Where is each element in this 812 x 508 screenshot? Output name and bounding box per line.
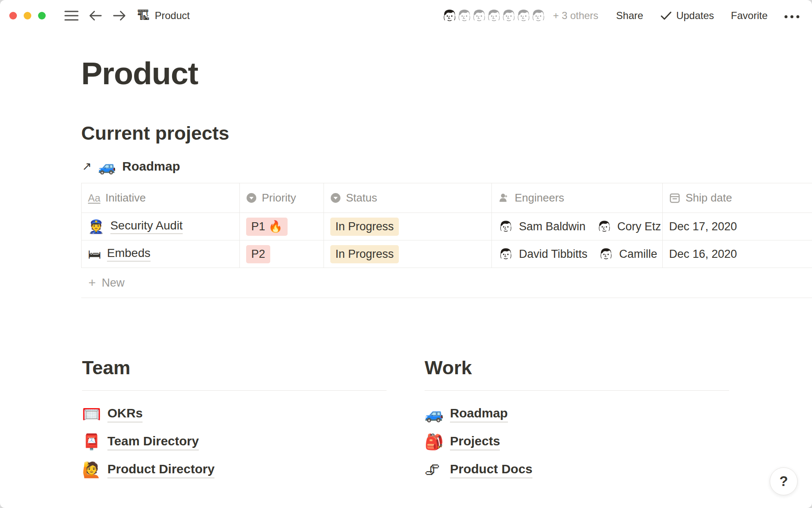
column-label: Engineers (515, 191, 564, 204)
raising-hand-emoji-icon: 🙋 (82, 462, 101, 478)
engineer-avatar (498, 246, 513, 262)
nav-controls (64, 10, 126, 21)
page-link-label: Roadmap (450, 406, 508, 422)
favorite-button[interactable]: Favorite (731, 10, 768, 22)
page-emoji-icon: 🏗 (137, 9, 150, 22)
team-heading: Team (82, 356, 387, 379)
status-cell[interactable]: In Progress (324, 213, 492, 240)
team-section: Team 🥅 OKRs 📮 Team Directory 🙋 Product D… (82, 356, 387, 484)
priority-badge: P2 (246, 245, 270, 263)
engineer-avatar (597, 219, 612, 234)
link-item-roadmap[interactable]: 🚙 Roadmap (425, 400, 729, 428)
topbar-actions: Share Updates Favorite (616, 10, 799, 22)
priority-cell[interactable]: P1 🔥 (240, 213, 324, 240)
forward-arrow-icon[interactable] (112, 10, 126, 21)
ship-date-value: Dec 17, 2020 (669, 220, 737, 233)
bed-emoji-icon: 🛏 (88, 248, 101, 261)
police-officer-emoji-icon: 👮 (88, 220, 104, 233)
goal-net-emoji-icon: 🥅 (82, 406, 101, 422)
priority-badge: P1 🔥 (246, 218, 288, 236)
ship-date-value: Dec 16, 2020 (669, 248, 737, 261)
help-button[interactable]: ? (770, 467, 798, 495)
divider (82, 390, 387, 391)
calendar-icon (669, 192, 680, 204)
column-label: Initiative (105, 191, 145, 204)
collaborators: + 3 others (440, 6, 598, 25)
column-header-priority[interactable]: Priority (240, 183, 324, 213)
engineer-chip: David Tibbitts (498, 246, 587, 262)
people-icon (498, 192, 510, 204)
car-emoji-icon: 🚙 (98, 159, 116, 174)
work-link-list: 🚙 Roadmap 🎒 Projects 🖇 Product Docs (425, 400, 729, 484)
initiative-page-link[interactable]: Security Audit (110, 219, 183, 234)
initiative-page-link[interactable]: Embeds (107, 246, 151, 262)
roadmap-table: Aa Initiative Priority Status Engineers (81, 183, 812, 298)
engineers-cell[interactable]: David Tibbitts Camille (492, 240, 663, 268)
initiative-cell[interactable]: 👮 Security Audit (81, 213, 240, 240)
notion-window: 🏗 Product + 3 others Share Updates Favo (0, 0, 812, 508)
link-item-product-directory[interactable]: 🙋 Product Directory (82, 456, 387, 484)
new-row-button[interactable]: + New (81, 268, 812, 298)
link-item-product-docs[interactable]: 🖇 Product Docs (425, 456, 729, 484)
link-item-okrs[interactable]: 🥅 OKRs (82, 400, 387, 428)
roadmap-page-link[interactable]: ↗ 🚙 Roadmap (81, 157, 812, 175)
zoom-window-button[interactable] (38, 12, 46, 19)
link-item-team-directory[interactable]: 📮 Team Directory (82, 428, 387, 456)
select-icon (330, 193, 341, 203)
engineer-name: Sam Baldwin (519, 220, 586, 233)
postbox-emoji-icon: 📮 (82, 434, 101, 450)
work-section: Work 🚙 Roadmap 🎒 Projects 🖇 Product Docs (425, 356, 729, 484)
status-badge: In Progress (330, 218, 399, 236)
column-label: Status (346, 191, 377, 204)
share-button[interactable]: Share (616, 10, 643, 22)
engineers-cell[interactable]: Sam Baldwin Cory Etz (492, 213, 663, 240)
status-badge: In Progress (330, 245, 399, 263)
updates-label: Updates (676, 10, 714, 22)
status-cell[interactable]: In Progress (324, 240, 492, 268)
more-collaborators-label[interactable]: + 3 others (553, 10, 598, 22)
initiative-cell[interactable]: 🛏 Embeds (81, 240, 240, 268)
page-link-label: Projects (450, 434, 500, 450)
column-header-status[interactable]: Status (324, 183, 492, 213)
updates-button[interactable]: Updates (660, 10, 714, 22)
ship-date-cell[interactable]: Dec 16, 2020 (663, 240, 812, 268)
page-link-label: Product Directory (107, 462, 214, 478)
breadcrumb[interactable]: 🏗 Product (137, 9, 190, 22)
open-arrow-icon: ↗ (82, 161, 92, 172)
roadmap-link-label: Roadmap (122, 159, 180, 174)
page-link-label: Product Docs (450, 462, 532, 478)
engineer-chip: Sam Baldwin (498, 219, 586, 234)
new-row-label: New (102, 276, 125, 290)
team-link-list: 🥅 OKRs 📮 Team Directory 🙋 Product Direct… (82, 400, 387, 484)
engineer-name: Cory Etz (617, 220, 661, 233)
priority-cell[interactable]: P2 (240, 240, 324, 268)
engineer-chip: Camille (598, 246, 657, 262)
sidebar-menu-icon[interactable] (64, 10, 79, 21)
table-header-row: Aa Initiative Priority Status Engineers (81, 183, 812, 213)
work-heading: Work (425, 356, 729, 379)
ship-date-cell[interactable]: Dec 17, 2020 (663, 213, 812, 240)
more-options-icon[interactable] (785, 14, 799, 18)
page-link-label: Team Directory (107, 434, 199, 450)
table-row: 🛏 Embeds P2 In Progress David Tibbitts (81, 240, 812, 268)
link-item-projects[interactable]: 🎒 Projects (425, 428, 729, 456)
close-window-button[interactable] (9, 12, 17, 19)
select-icon (246, 193, 257, 203)
collaborator-avatar[interactable] (529, 6, 548, 25)
column-header-ship-date[interactable]: Ship date (663, 183, 812, 213)
plus-icon: + (88, 276, 96, 289)
column-header-engineers[interactable]: Engineers (492, 183, 663, 213)
car-emoji-icon: 🚙 (425, 406, 443, 422)
column-header-initiative[interactable]: Aa Initiative (81, 183, 240, 213)
page-link-label: OKRs (107, 406, 143, 422)
check-icon (660, 11, 672, 21)
minimize-window-button[interactable] (24, 12, 31, 19)
bottom-sections: Team 🥅 OKRs 📮 Team Directory 🙋 Product D… (81, 356, 812, 484)
column-label: Ship date (686, 191, 732, 204)
page-title: Product (81, 55, 812, 91)
engineer-name: Camille (619, 248, 657, 261)
column-label: Priority (262, 191, 296, 204)
divider (425, 390, 729, 391)
engineer-avatar (598, 246, 614, 262)
back-arrow-icon[interactable] (89, 10, 102, 21)
